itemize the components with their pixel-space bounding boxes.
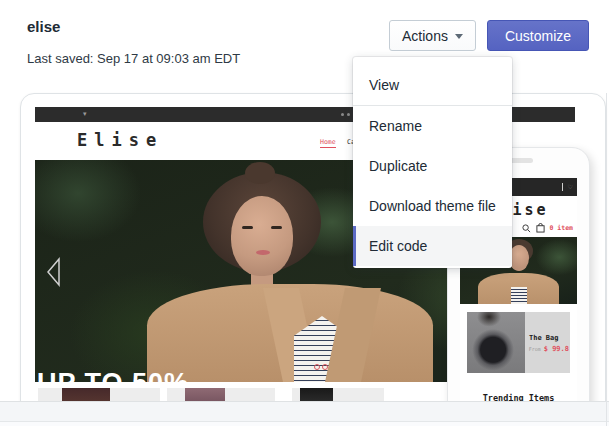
next-section-background [0, 422, 609, 426]
product-thumbnail [38, 388, 160, 401]
carousel-prev-icon [45, 256, 63, 288]
product-thumbnail [167, 388, 275, 401]
cart-count-text: 0 item [550, 224, 573, 232]
divider [562, 183, 563, 191]
product-price: From $ 99.8 [517, 345, 569, 353]
actions-button[interactable]: Actions [389, 20, 476, 51]
chevron-down-icon [455, 34, 463, 39]
chevron-down-icon: ▾ [83, 110, 87, 118]
backpack-product-image [467, 312, 525, 373]
theme-logo: Elise [77, 130, 163, 150]
last-saved-text: Last saved: Sep 17 at 09:03 am EDT [27, 51, 240, 66]
cart-bag-icon [536, 223, 545, 233]
price-prefix: From [529, 346, 544, 352]
product-name: The Bag [529, 334, 559, 342]
menu-item-download-theme-file[interactable]: Download theme file [353, 186, 512, 226]
page-title: elise [27, 18, 60, 35]
hero-woman-lips [256, 250, 270, 255]
product-thumbnail [292, 388, 384, 401]
menu-item-edit-code[interactable]: Edit code [353, 226, 512, 266]
heart-icon: ♡ [568, 183, 573, 190]
menu-item-duplicate[interactable]: Duplicate [353, 146, 512, 186]
menu-item-rename[interactable]: Rename [353, 106, 512, 146]
actions-dropdown-menu: View Rename Duplicate Download theme fil… [353, 57, 512, 268]
hero-woman-eye [242, 226, 253, 229]
hero-banner-text: UP TO 50% [37, 368, 189, 382]
hero-woman-face [231, 196, 293, 276]
featured-product-card: The Bag From $ 99.8 [467, 312, 570, 373]
actions-button-label: Actions [402, 28, 448, 44]
hero-woman-face [509, 245, 529, 271]
announcement-right-icons [341, 113, 351, 116]
bottom-section-edge [0, 401, 609, 426]
hero-woman-eye [271, 226, 282, 229]
customize-button[interactable]: Customize [487, 20, 589, 51]
menu-item-view[interactable]: View [353, 65, 512, 105]
hero-woman-bun [245, 162, 275, 184]
search-icon [522, 224, 531, 233]
hero-striped-shirt [511, 287, 527, 304]
customize-button-label: Customize [505, 28, 571, 44]
price-value: $ 99.8 [544, 345, 569, 353]
content-right-border [606, 93, 607, 426]
theme-nav-home: Home [320, 138, 336, 148]
hero-shirt-glasses-print [314, 364, 328, 370]
